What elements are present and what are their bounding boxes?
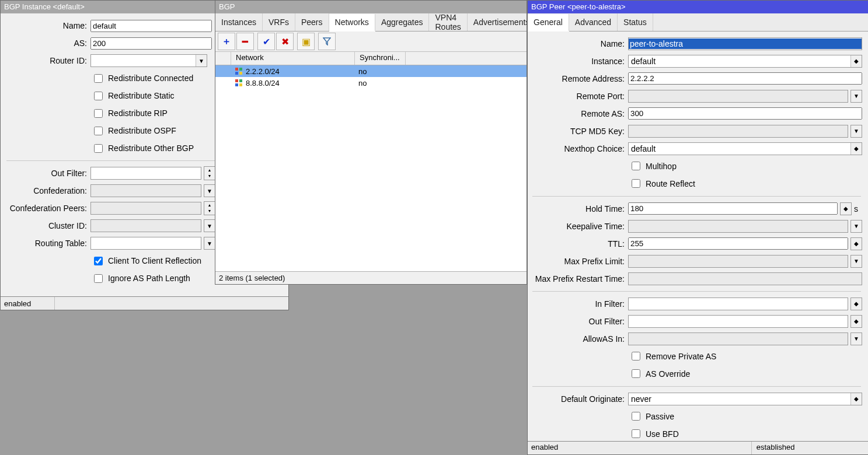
tab-status[interactable]: Status <box>618 13 653 31</box>
combo-routing-table[interactable] <box>90 237 201 250</box>
input-instance-name[interactable] <box>90 20 212 32</box>
statusbar-instance: enabled <box>1 296 288 310</box>
titlebar-bgp-peer[interactable]: BGP Peer <peer-to-alestra> <box>528 1 868 13</box>
table-row[interactable]: 2.2.2.0/24 no <box>215 65 527 77</box>
table-row[interactable]: 8.8.8.0/24 no <box>215 77 527 89</box>
dropdown-icon[interactable]: ◆ <box>850 315 862 328</box>
combo-peer-out-filter[interactable] <box>628 315 848 328</box>
dropdown-icon[interactable]: ◆ <box>850 298 862 310</box>
label-keepalive: Keepalive Time: <box>531 222 628 231</box>
chk-redistribute-static[interactable] <box>94 92 103 100</box>
disable-button[interactable]: ✖ <box>276 33 294 50</box>
statusbar-bgp: 2 items (1 selected) <box>215 271 527 284</box>
input-remote-port[interactable] <box>628 90 848 103</box>
tab-general[interactable]: General <box>528 14 569 32</box>
tab-advanced[interactable]: Advanced <box>569 13 618 31</box>
network-icon <box>235 79 242 86</box>
status-peer-state: established <box>752 442 868 454</box>
label-multihop: Multihop <box>646 162 677 171</box>
label-default-originate: Default Originate: <box>531 394 628 404</box>
label-peer-name: Name: <box>531 39 628 48</box>
label-instance-name: Name: <box>5 21 90 30</box>
input-remote-as[interactable] <box>628 107 862 120</box>
chk-redistribute-other-bgp[interactable] <box>94 144 103 153</box>
combo-in-filter[interactable] <box>628 298 848 310</box>
dropdown-icon[interactable]: ◆ <box>850 237 862 250</box>
dropdown-icon[interactable]: ▼ <box>850 90 862 103</box>
comment-button[interactable]: ▣ <box>297 33 315 50</box>
dropdown-icon[interactable]: ▼ <box>850 220 862 233</box>
dropdown-icon[interactable]: ◆ <box>850 143 862 155</box>
tab-instances[interactable]: Instances <box>215 13 263 31</box>
tab-networks[interactable]: Networks <box>329 14 375 32</box>
combo-confederation-peers[interactable] <box>90 202 201 215</box>
dropdown-icon[interactable]: ▼ <box>204 237 215 250</box>
chk-route-reflect[interactable] <box>632 179 640 188</box>
chk-redistribute-ospf[interactable] <box>94 127 103 135</box>
window-bgp: BGP Instances VRFs Peers Networks Aggreg… <box>215 0 527 285</box>
tab-peers[interactable]: Peers <box>295 13 329 31</box>
label-redistribute-static: Redistribute Static <box>108 91 175 100</box>
tab-vpn4-routes[interactable]: VPN4 Routes <box>429 13 467 31</box>
label-redistribute-ospf: Redistribute OSPF <box>108 126 176 135</box>
chk-redistribute-rip[interactable] <box>94 109 103 118</box>
dropdown-icon[interactable]: ◆ <box>850 393 862 405</box>
label-confederation: Confederation: <box>5 186 90 195</box>
tab-advertisements[interactable]: Advertisements <box>468 13 527 31</box>
dropdown-icon[interactable]: ▼ <box>196 55 207 66</box>
chk-remove-private-as[interactable] <box>632 352 640 360</box>
label-router-id: Router ID: <box>5 56 90 65</box>
tab-aggregates[interactable]: Aggregates <box>375 13 430 31</box>
tab-vrfs[interactable]: VRFs <box>263 13 295 31</box>
combo-cluster-id[interactable] <box>90 219 201 232</box>
dropdown-icon[interactable]: ◆ <box>840 202 852 215</box>
combo-out-filter[interactable] <box>90 167 201 180</box>
statusbar-peer: enabled established <box>528 441 868 454</box>
enable-button[interactable]: ✔ <box>257 33 275 50</box>
input-tcp-md5[interactable] <box>628 125 848 138</box>
combo-confederation[interactable] <box>90 184 201 197</box>
label-allowas-in: AllowAS In: <box>531 334 628 344</box>
add-button[interactable]: ＋ <box>218 33 235 50</box>
label-nexthop: Nexthop Choice: <box>531 144 628 153</box>
combo-nexthop[interactable]: default ◆ <box>628 142 862 155</box>
combo-peer-instance[interactable]: default ◆ <box>628 55 862 68</box>
input-instance-as[interactable] <box>90 37 212 50</box>
input-remote-address[interactable] <box>628 72 862 85</box>
input-keepalive[interactable] <box>628 220 848 233</box>
chk-ignore-as-path[interactable] <box>94 274 103 283</box>
funnel-icon <box>323 37 331 46</box>
filter-button[interactable] <box>318 33 336 50</box>
spin-confederation-peers[interactable]: ▲▼ <box>204 201 215 215</box>
dropdown-icon[interactable]: ▼ <box>850 125 862 138</box>
combo-router-id[interactable]: ▼ <box>90 54 207 67</box>
dropdown-icon[interactable]: ▼ <box>204 219 215 232</box>
label-max-prefix: Max Prefix Limit: <box>531 257 628 266</box>
chk-redistribute-connected[interactable] <box>94 74 103 83</box>
titlebar-bgp[interactable]: BGP <box>215 1 527 13</box>
combo-default-originate[interactable]: never ◆ <box>628 393 862 405</box>
window-bgp-peer: BGP Peer <peer-to-alestra> General Advan… <box>527 0 868 455</box>
chk-multihop[interactable] <box>632 162 640 170</box>
label-remove-private-as: Remove Private AS <box>646 352 716 361</box>
input-max-prefix-restart[interactable] <box>628 272 862 285</box>
dropdown-icon[interactable]: ▼ <box>850 332 862 345</box>
chk-passive[interactable] <box>632 412 640 421</box>
spin-out-filter[interactable]: ▲▼ <box>204 166 215 180</box>
chk-client-reflection[interactable] <box>94 257 103 265</box>
dropdown-icon[interactable]: ▼ <box>204 184 215 197</box>
col-synchronize[interactable]: Synchroni... <box>355 52 406 65</box>
input-allowas-in[interactable] <box>628 332 848 345</box>
col-network[interactable]: Network <box>231 52 355 65</box>
chk-as-override[interactable] <box>632 369 640 378</box>
toolbar-bgp: ＋ ━ ✔ ✖ ▣ <box>215 32 527 52</box>
input-max-prefix[interactable] <box>628 255 848 268</box>
grid-body[interactable]: 2.2.2.0/24 no 8.8.8.0/24 no <box>215 65 527 271</box>
chk-use-bfd[interactable] <box>632 429 640 438</box>
dropdown-icon[interactable]: ◆ <box>850 55 862 67</box>
input-peer-name[interactable]: peer-to-alestra <box>628 37 862 50</box>
input-ttl[interactable] <box>628 237 848 250</box>
dropdown-icon[interactable]: ▼ <box>850 255 862 268</box>
remove-button[interactable]: ━ <box>236 33 254 50</box>
input-hold-time[interactable] <box>628 202 838 215</box>
